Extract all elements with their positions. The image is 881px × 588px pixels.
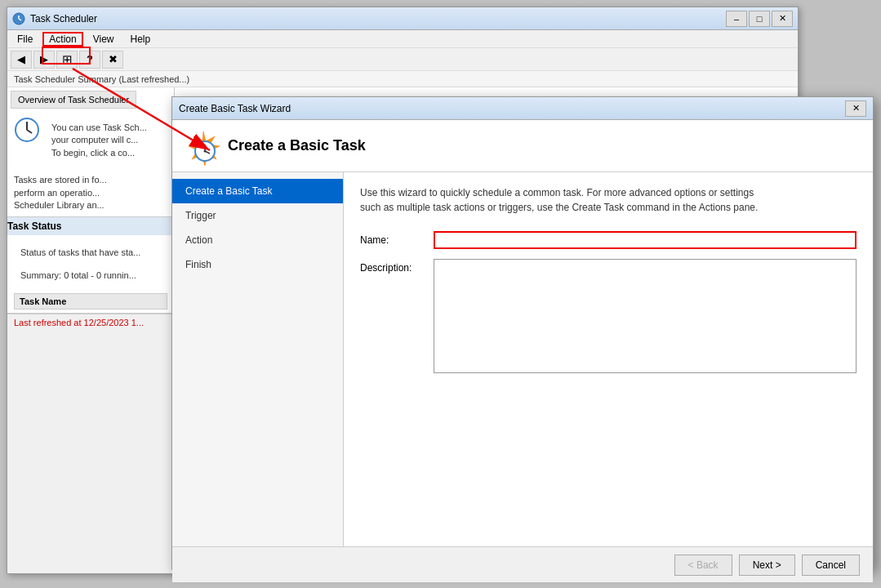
menu-view[interactable]: View — [87, 32, 121, 47]
clock-icon — [14, 117, 40, 143]
description-label: Description: — [360, 259, 425, 274]
minimize-button[interactable]: – — [726, 11, 747, 27]
window-title: Task Scheduler — [30, 13, 97, 24]
task-status-header: Task Status — [7, 217, 175, 235]
name-label: Name: — [360, 234, 425, 246]
overview-description: You can use Task Sch... your computer wi… — [45, 117, 154, 164]
help-button[interactable]: ? — [79, 51, 100, 69]
library-description: Tasks are stored in fo... perform an ope… — [7, 169, 174, 216]
left-panel: Overview of Task Scheduler You can use T… — [7, 87, 175, 314]
status-text-1: Status of tasks that have sta... — [14, 242, 167, 264]
wizard-dialog-title: Create Basic Task Wizard — [179, 103, 291, 114]
title-bar-left: Task Scheduler — [12, 12, 97, 25]
description-field-row: Description: — [360, 259, 857, 373]
overview-section: Overview of Task Scheduler You can use T… — [7, 91, 174, 217]
task-status-section: Task Status Status of tasks that have st… — [7, 217, 174, 314]
svg-point-12 — [204, 149, 207, 152]
forward-button[interactable]: ▶ — [33, 51, 55, 69]
task-name-column: Task Name — [14, 293, 167, 310]
wizard-description: Use this wizard to quickly schedule a co… — [360, 185, 857, 215]
wizard-close-button[interactable]: ✕ — [845, 100, 866, 117]
refresh-button[interactable]: ⊞ — [56, 51, 78, 69]
wizard-nav-trigger[interactable]: Trigger — [172, 203, 343, 228]
wizard-clock-icon — [185, 130, 221, 166]
wizard-icon-container — [185, 130, 218, 163]
footer-text: Last refreshed at 12/25/2023 1... — [14, 318, 144, 327]
wizard-content: Use this wizard to quickly schedule a co… — [344, 172, 873, 546]
name-field-row: Name: — [360, 231, 857, 249]
wizard-nav-finish[interactable]: Finish — [172, 252, 343, 277]
breadcrumb: Task Scheduler Summary (Last refreshed..… — [7, 71, 798, 87]
wizard-nav-create[interactable]: Create a Basic Task — [172, 179, 343, 203]
menu-help[interactable]: Help — [124, 32, 158, 47]
title-bar: Task Scheduler – □ ✕ — [7, 7, 798, 30]
name-input[interactable] — [434, 231, 857, 249]
menu-action[interactable]: Action — [42, 32, 82, 47]
title-bar-buttons: – □ ✕ — [726, 11, 793, 27]
menu-file[interactable]: File — [11, 32, 39, 47]
toolbar: ◀ ▶ ⊞ ? ✖ — [7, 48, 798, 71]
wizard-nav: Create a Basic Task Trigger Action Finis… — [172, 172, 344, 546]
wizard-heading: Create a Basic Task — [228, 137, 366, 154]
wizard-body: Create a Basic Task Trigger Action Finis… — [172, 172, 873, 546]
breadcrumb-text: Task Scheduler Summary (Last refreshed..… — [14, 74, 189, 84]
back-button[interactable]: ◀ — [11, 51, 32, 69]
cancel-button[interactable]: Cancel — [802, 555, 860, 576]
status-text-2: Summary: 0 total - 0 runnin... — [14, 265, 167, 287]
overview-button[interactable]: Overview of Task Scheduler — [11, 91, 136, 109]
app-icon — [12, 12, 25, 25]
wizard-footer: < Back Next > Cancel — [172, 546, 873, 582]
delete-button[interactable]: ✖ — [102, 51, 123, 69]
wizard-header: Create a Basic Task — [172, 120, 873, 172]
next-button[interactable]: Next > — [739, 555, 795, 576]
close-button[interactable]: ✕ — [772, 11, 793, 27]
maximize-button[interactable]: □ — [749, 11, 770, 27]
wizard-title-bar: Create Basic Task Wizard ✕ — [172, 97, 873, 120]
description-textarea[interactable] — [434, 259, 857, 373]
back-button[interactable]: < Back — [674, 555, 732, 576]
task-table-area: Task Name — [14, 293, 167, 310]
wizard-dialog: Create Basic Task Wizard ✕ Create a Basi… — [171, 96, 874, 570]
wizard-nav-action[interactable]: Action — [172, 228, 343, 252]
menu-bar: File Action View Help — [7, 30, 798, 48]
